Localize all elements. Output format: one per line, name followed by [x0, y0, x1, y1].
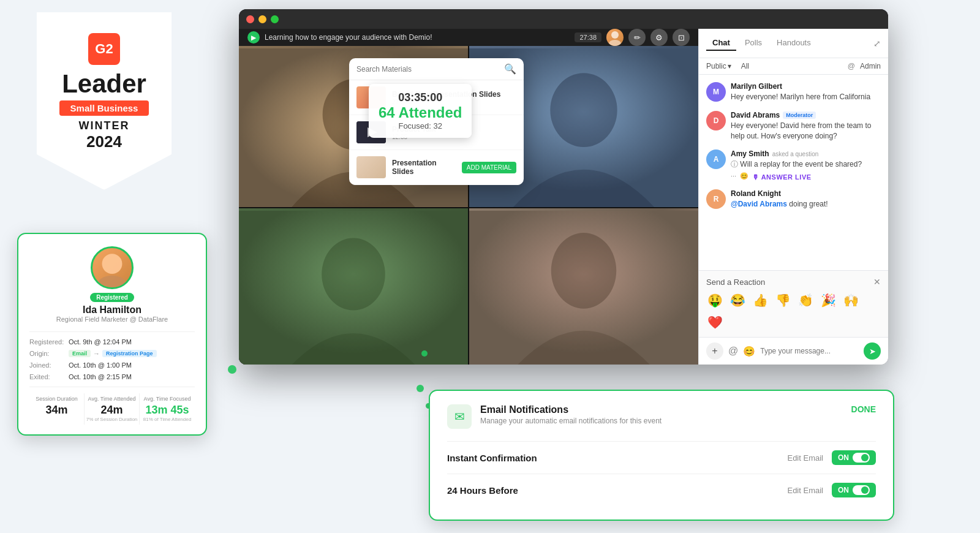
add-attachment-button[interactable]: + — [706, 342, 723, 360]
g2-year-text: 2024 — [86, 132, 122, 151]
exit-icon[interactable]: ⊡ — [673, 29, 690, 46]
expand-icon[interactable]: ⤢ — [873, 39, 881, 48]
email-icon: ✉ — [447, 404, 472, 429]
reaction-panel: Send a Reaction ✕ 🤑 😂 👍 👎 👏 🎉 🙌 ❤️ — [699, 270, 888, 337]
live-indicator-icon: ▶ — [247, 31, 260, 43]
msg-content-david: David Abrams Moderator Hey everyone! Dav… — [731, 111, 881, 142]
emoji-row: 🤑 😂 👍 👎 👏 🎉 🙌 ❤️ — [706, 292, 881, 331]
msg-text-amy: ⓘ Will a replay for the event be shared? — [731, 159, 881, 170]
emoji-thumbsup[interactable]: 👍 — [752, 292, 769, 309]
emoji-party[interactable]: 🎉 — [820, 292, 837, 309]
filter-admin[interactable]: Admin — [860, 62, 881, 70]
toggle-switch-instant — [853, 453, 870, 463]
reaction-close-button[interactable]: ✕ — [873, 277, 881, 287]
24h-before-label: 24 Hours Before — [447, 485, 787, 496]
registered-badge: Registered — [90, 293, 134, 302]
emoji-laugh[interactable]: 😂 — [729, 292, 747, 309]
filter-all[interactable]: All — [741, 62, 749, 70]
chat-message-amy: A Amy Smith asked a question ⓘ Will a re… — [706, 149, 881, 181]
msg-name-david: David Abrams Moderator — [731, 111, 881, 119]
moderator-badge: Moderator — [783, 112, 816, 119]
g2-badge: G2 Leader Small Business WINTER 2024 — [37, 12, 172, 190]
material-item-3[interactable]: Presentation Slides ADD MATERIAL — [349, 150, 524, 185]
video-cell-3 — [239, 208, 468, 365]
emoji-picker-icon[interactable]: 😊 — [743, 346, 755, 357]
tab-chat[interactable]: Chat — [706, 36, 736, 51]
search-icon: 🔍 — [504, 63, 516, 75]
detail-origin: Origin: Email → Registration Page — [29, 350, 195, 357]
g2-leader-text: Leader — [62, 71, 146, 97]
msg-name-roland: Roland Knight — [731, 189, 881, 198]
answer-live-button[interactable]: 🎙 ANSWER LIVE — [752, 173, 811, 181]
edit-email-24h-button[interactable]: Edit Email — [787, 486, 823, 495]
at-mention-icon[interactable]: @ — [728, 346, 738, 357]
attendee-details: Registered: Oct. 9th @ 12:04 PM Origin: … — [29, 331, 195, 380]
emoji-clap[interactable]: 👏 — [797, 292, 815, 309]
stat-time-focused: Avg. Time Focused 13m 45s 81% of Time At… — [140, 393, 195, 425]
reaction-header: Send a Reaction ✕ — [706, 277, 881, 287]
origin-regpage-tag: Registration Page — [102, 350, 157, 357]
svg-point-13 — [97, 276, 127, 289]
chat-input-field[interactable] — [760, 347, 859, 355]
email-row-instant: Instant Confirmation Edit Email ON — [447, 441, 876, 474]
attendee-name: Ida Hamilton — [83, 304, 141, 316]
material-thumb-partial — [356, 156, 386, 178]
attendee-header: Registered Ida Hamilton Regional Field M… — [29, 246, 195, 323]
origin-email-tag: Email — [69, 350, 91, 357]
msg-content-roland: Roland Knight @David Abrams doing great! — [731, 189, 881, 210]
avatar-marilyn: M — [706, 82, 726, 102]
msg-content-amy: Amy Smith asked a question ⓘ Will a repl… — [731, 149, 881, 181]
send-message-button[interactable]: ➤ — [864, 342, 881, 360]
tab-handouts[interactable]: Handouts — [771, 36, 817, 51]
stat-session-duration: Session Duration 34m — [29, 393, 85, 425]
emoji-raised-hands[interactable]: 🙌 — [842, 292, 860, 309]
g2-winter-text: WINTER — [79, 119, 130, 132]
add-material-button[interactable]: ADD MATERIAL — [462, 162, 516, 173]
materials-search-input[interactable] — [356, 65, 500, 74]
toggle-switch-24h — [853, 485, 870, 495]
reaction-title: Send a Reaction — [706, 278, 765, 287]
tab-polls[interactable]: Polls — [739, 36, 768, 51]
svg-point-7 — [322, 238, 385, 311]
window-titlebar — [239, 9, 888, 29]
emoji-thumbsdown[interactable]: 👎 — [774, 292, 792, 309]
email-panel-header: ✉ Email Notifications Manage your automa… — [447, 404, 876, 429]
window-close-dot[interactable] — [246, 15, 254, 23]
attendee-card: Registered Ida Hamilton Regional Field M… — [17, 233, 207, 436]
filter-public[interactable]: Public ▾ — [706, 62, 731, 70]
attendee-avatar — [91, 246, 134, 289]
asked-question-label: asked a question — [772, 151, 819, 157]
topbar-icons: ✏ ⚙ ⊡ — [606, 29, 690, 46]
at-icon: @ — [848, 62, 855, 70]
app-window: ▶ Learning how to engage your audience w… — [239, 9, 888, 365]
svg-point-5 — [550, 73, 617, 147]
svg-point-0 — [611, 31, 619, 39]
video-cell-4 — [469, 208, 698, 365]
avatar-amy: A — [706, 149, 726, 169]
msg-name-amy: Amy Smith asked a question — [731, 149, 881, 158]
edit-email-instant-button[interactable]: Edit Email — [787, 453, 823, 463]
svg-point-12 — [102, 254, 123, 274]
avatar-roland: R — [706, 189, 726, 209]
attendee-stats: Session Duration 34m Avg. Time Attended … — [29, 387, 195, 425]
edit-icon[interactable]: ✏ — [628, 29, 646, 46]
chat-filter-bar: Public ▾ All @ Admin — [699, 58, 888, 75]
emoji-heart[interactable]: ❤️ — [706, 314, 724, 331]
toggle-instant-on[interactable]: ON — [832, 450, 876, 465]
window-maximize-dot[interactable] — [271, 15, 279, 23]
attendee-role: Regional Field Marketer @ DataFlare — [56, 316, 168, 323]
msg-name-marilyn: Marilyn Gilbert — [731, 82, 881, 91]
material-info-3: Presentation Slides — [392, 159, 456, 176]
chat-message-david: D David Abrams Moderator Hey everyone! D… — [706, 111, 881, 142]
toggle-24h-on[interactable]: ON — [832, 483, 876, 497]
chat-messages: M Marilyn Gilbert Hey everyone! Marilyn … — [699, 75, 888, 270]
stats-overlay: 03:35:00 64 Attended Focused: 32 — [369, 84, 472, 138]
emoji-money[interactable]: 🤑 — [706, 292, 724, 309]
mention-david: @David Abrams — [731, 200, 787, 208]
detail-joined: Joined: Oct. 10th @ 1:00 PM — [29, 361, 195, 369]
email-done-button[interactable]: DONE — [851, 404, 876, 414]
video-area: ▶ Learning how to engage your audience w… — [239, 29, 698, 365]
window-minimize-dot[interactable] — [258, 15, 266, 23]
chat-message-roland: R Roland Knight @David Abrams doing grea… — [706, 189, 881, 210]
settings-icon[interactable]: ⚙ — [650, 29, 668, 46]
